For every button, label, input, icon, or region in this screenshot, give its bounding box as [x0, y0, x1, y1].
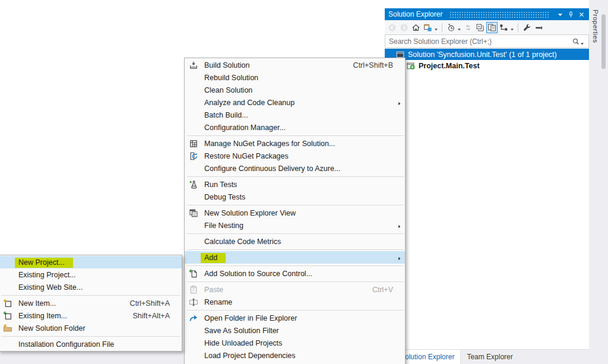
submenu-item-new-item[interactable]: New Item...Ctrl+Shift+A [0, 297, 182, 309]
menu-item-batch-build[interactable]: Batch Build... [185, 109, 405, 121]
forward-button[interactable] [398, 22, 410, 33]
properties-tool-tab[interactable]: Properties [589, 0, 608, 364]
csharp-project-icon [406, 61, 416, 71]
tree-row-solution-syncfusion-unit-test-[interactable]: Solution 'Syncfusion.Unit.Test' (1 of 1 … [385, 49, 589, 60]
menu-item-label: New Item... [18, 299, 56, 308]
menu-item-restore-nuget-packages[interactable]: Restore NuGet Packages [185, 150, 405, 162]
switch-views-caret-icon[interactable] [433, 26, 439, 31]
pending-changes-filter-button[interactable] [445, 22, 457, 33]
nuget-icon [189, 139, 198, 148]
properties-wrench-icon [522, 23, 531, 32]
menu-item-configure-continuous-delivery-to-azure[interactable]: Configure Continuous Delivery to Azure..… [185, 162, 405, 175]
menu-icon-gutter [185, 139, 202, 148]
submenu-item-existing-item[interactable]: Existing Item...Shift+Alt+A [0, 309, 182, 322]
menu-item-open-folder-in-file-explorer[interactable]: Open Folder in File Explorer [185, 312, 405, 324]
menu-item-label: Open Folder in File Explorer [204, 314, 297, 322]
menu-icon-gutter [185, 285, 202, 295]
visual-studio-window: Properties Solution Explorer Solution 'S… [0, 0, 608, 364]
menu-item-debug-tests[interactable]: Debug Tests [185, 191, 405, 203]
menu-item-label: Installation Configuration File [18, 340, 114, 349]
tree-row-label: Solution 'Syncfusion.Unit.Test' (1 of 1 … [408, 50, 557, 59]
menu-item-label: Add Solution to Source Control... [204, 270, 312, 278]
collapse-all-icon [476, 23, 484, 32]
menu-item-label: Hide Unloaded Projects [204, 339, 282, 347]
submenu-item-installation-configuration-file[interactable]: Installation Configuration File [0, 338, 182, 350]
menu-icon-gutter [185, 151, 202, 161]
menu-item-clean-solution[interactable]: Clean Solution [185, 84, 405, 96]
menu-item-analyze-and-code-cleanup[interactable]: Analyze and Code Cleanup [185, 96, 405, 109]
menu-item-paste[interactable]: PasteCtrl+V [185, 283, 405, 296]
submenu-item-new-project[interactable]: New Project... [0, 256, 182, 268]
pin-icon [567, 11, 575, 18]
toolbar-separator [518, 23, 518, 32]
back-button[interactable] [387, 22, 398, 33]
solution-explorer-titlebar[interactable]: Solution Explorer [385, 8, 589, 20]
restore-nuget-icon [189, 151, 198, 161]
preview-pane-button[interactable] [533, 22, 544, 33]
tab-label: Solution Explorer [400, 353, 454, 361]
search-input[interactable] [389, 37, 572, 46]
tab-team-explorer[interactable]: Team Explorer [461, 350, 518, 364]
sync-active-document-button[interactable] [463, 22, 474, 33]
new-item-icon [3, 299, 12, 308]
menu-item-add[interactable]: Add [185, 251, 405, 264]
solution-explorer-toolbar [385, 20, 589, 34]
submenu-item-new-solution-folder[interactable]: New Solution Folder [0, 322, 182, 334]
switch-scope-caret-icon[interactable] [509, 26, 515, 31]
search-scope-caret-icon[interactable] [580, 40, 585, 45]
search-box[interactable] [385, 34, 589, 48]
scrollbar-thumb[interactable] [601, 14, 606, 69]
menu-item-label: Debug Tests [204, 193, 245, 201]
window-position-button[interactable] [555, 10, 565, 20]
preview-selected-items-button[interactable] [486, 22, 498, 33]
close-button[interactable] [576, 10, 587, 20]
preview-selected-items-icon [487, 23, 496, 32]
new-solution-folder-icon [3, 324, 12, 333]
pending-changes-filter-caret-icon[interactable] [457, 26, 462, 31]
switch-views-button[interactable] [422, 22, 433, 33]
menu-item-label: Existing Item... [18, 312, 67, 320]
menu-item-calculate-code-metrics[interactable]: Calculate Code Metrics [185, 235, 405, 248]
menu-item-load-project-dependencies[interactable]: Load Project Dependencies [185, 349, 405, 362]
menu-item-hide-unloaded-projects[interactable]: Hide Unloaded Projects [185, 337, 405, 349]
menu-item-shortcut: Ctrl+Shift+B [335, 61, 393, 69]
properties-wrench-button[interactable] [521, 22, 533, 33]
menu-item-label: Rename [204, 298, 232, 306]
solution-context-menu: Build SolutionCtrl+Shift+BRebuild Soluti… [184, 58, 406, 364]
submenu-arrow-icon [397, 223, 402, 228]
auto-hide-pin-button[interactable] [565, 10, 576, 20]
menu-item-label: Build Solution [204, 61, 249, 69]
menu-item-label: Run Tests [204, 181, 237, 189]
new-view-icon [189, 208, 198, 218]
bottom-tab-strip: Solution ExplorerTeam Explorer [385, 349, 589, 364]
back-icon [388, 23, 397, 32]
submenu-item-existing-web-site[interactable]: Existing Web Site... [0, 281, 182, 293]
menu-item-label: Analyze and Code Cleanup [204, 99, 294, 107]
menu-item-rebuild-solution[interactable]: Rebuild Solution [185, 71, 405, 84]
submenu-item-existing-project[interactable]: Existing Project... [0, 268, 182, 281]
menu-icon-gutter [185, 61, 202, 70]
home-button[interactable] [410, 22, 422, 33]
menu-item-label: Paste [204, 286, 223, 294]
menu-item-build-solution[interactable]: Build SolutionCtrl+Shift+B [185, 59, 405, 71]
menu-item-save-as-solution-filter[interactable]: Save As Solution Filter [185, 324, 405, 337]
open-folder-icon [189, 314, 198, 323]
search-row [385, 34, 589, 49]
search-icon[interactable] [572, 37, 580, 46]
menu-icon-gutter [0, 299, 17, 308]
collapse-all-button[interactable] [474, 22, 486, 33]
menu-item-label: Restore NuGet Packages [204, 152, 289, 160]
menu-item-add-solution-to-source-control[interactable]: Add Solution to Source Control... [185, 267, 405, 280]
tree-row-project-main-test[interactable]: Project.Main.Test [385, 60, 589, 71]
menu-item-manage-nuget-packages-for-solution[interactable]: Manage NuGet Packages for Solution... [185, 137, 405, 150]
forward-icon [400, 23, 408, 32]
titlebar-buttons [555, 10, 587, 20]
sync-active-document-icon [464, 23, 473, 32]
switch-scope-button[interactable] [498, 22, 509, 33]
menu-item-rename[interactable]: Rename [185, 296, 405, 308]
menu-item-new-solution-explorer-view[interactable]: New Solution Explorer View [185, 207, 405, 219]
menu-item-file-nesting[interactable]: File Nesting [185, 219, 405, 232]
menu-item-configuration-manager[interactable]: Configuration Manager... [185, 121, 405, 134]
paste-icon [189, 285, 198, 295]
menu-item-run-tests[interactable]: Run Tests [185, 178, 405, 191]
